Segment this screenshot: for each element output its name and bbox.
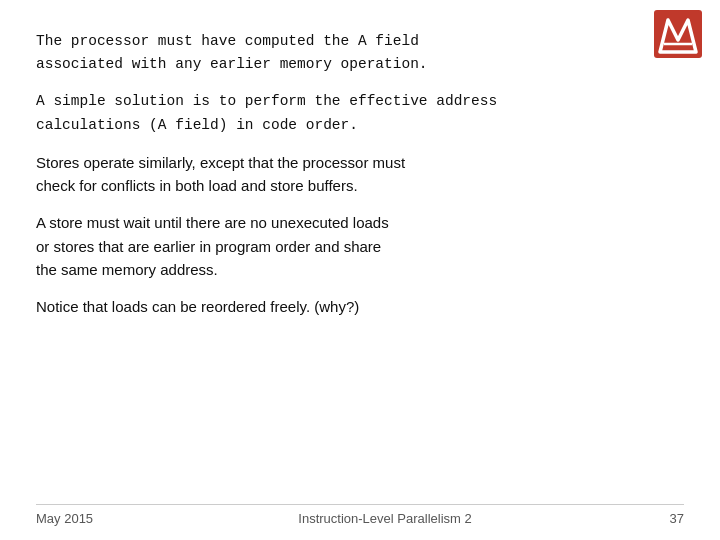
text-block-4: A store must wait until there are no une… xyxy=(36,211,684,281)
text-block-3: Stores operate similarly, except that th… xyxy=(36,151,684,198)
text-block-2: A simple solution is to perform the effe… xyxy=(36,90,684,136)
text-block-5: Notice that loads can be reordered freel… xyxy=(36,295,684,318)
text-block-1: The processor must have computed the A f… xyxy=(36,30,684,76)
footer-date: May 2015 xyxy=(36,511,93,526)
footer-left: May 2015 xyxy=(36,504,116,526)
footer-divider-right xyxy=(654,504,684,505)
footer-divider xyxy=(36,504,116,505)
university-logo xyxy=(654,10,702,58)
text-block-3-content: Stores operate similarly, except that th… xyxy=(36,154,405,194)
footer-right: 37 xyxy=(654,504,684,526)
text-block-1-content: The processor must have computed the A f… xyxy=(36,33,428,72)
content-area: The processor must have computed the A f… xyxy=(36,30,684,524)
footer-page: 37 xyxy=(670,511,684,526)
text-block-5-content: Notice that loads can be reordered freel… xyxy=(36,298,359,315)
footer-divider-center xyxy=(116,504,654,505)
slide-footer: May 2015 Instruction-Level Parallelism 2… xyxy=(36,504,684,526)
slide-container: The processor must have computed the A f… xyxy=(0,0,720,540)
footer-center: Instruction-Level Parallelism 2 xyxy=(116,504,654,526)
text-block-2-content: A simple solution is to perform the effe… xyxy=(36,93,497,132)
footer-title: Instruction-Level Parallelism 2 xyxy=(298,511,471,526)
text-block-4-content: A store must wait until there are no une… xyxy=(36,214,389,278)
